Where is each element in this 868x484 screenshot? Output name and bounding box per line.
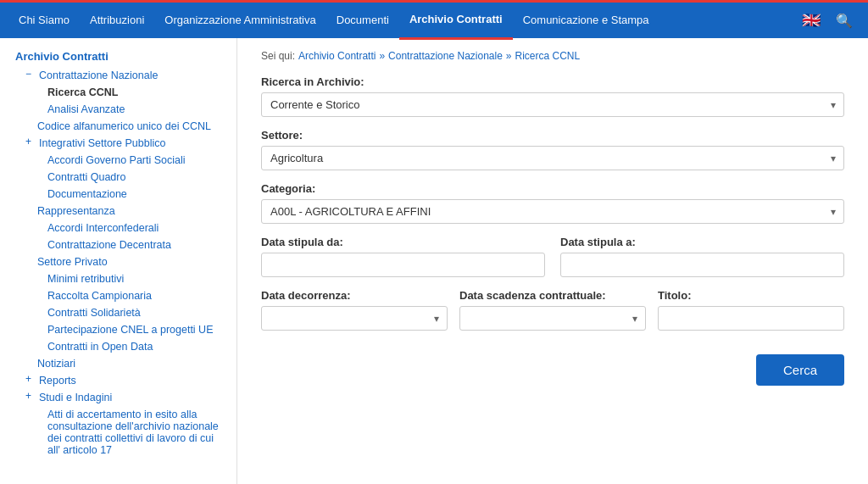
breadcrumb-sep-1: » <box>379 50 385 62</box>
breadcrumb: Sei qui: Archivio Contratti » Contrattaz… <box>261 50 844 62</box>
sidebar-item-partecipazione-cnel[interactable]: Partecipazione CNEL a progetti UE <box>15 322 225 337</box>
sidebar-item-documentazione[interactable]: Documentazione <box>15 186 225 202</box>
data-scadenza-group: Data scadenza contrattuale: <box>459 289 646 331</box>
data-decorrenza-select-wrapper <box>261 306 448 331</box>
nav-documenti[interactable]: Documenti <box>326 3 399 38</box>
breadcrumb-current: Ricerca CCNL <box>515 50 581 62</box>
sidebar: Archivio Contratti − Contrattazione Nazi… <box>0 38 237 484</box>
cerca-button[interactable]: Cerca <box>756 354 844 386</box>
sidebar-item-contratti-quadro[interactable]: Contratti Quadro <box>15 170 225 185</box>
data-scadenza-select[interactable] <box>459 306 646 331</box>
sidebar-item-integrativi[interactable]: + Integrativi Settore Pubblico <box>15 136 225 151</box>
ricerca-select-wrapper: Corrente e StoricoCorrenteStorico <box>261 92 844 117</box>
plus-icon-reports: + <box>25 373 37 385</box>
ricerca-group: Ricerca in Archivio: Corrente e StoricoC… <box>261 75 844 117</box>
nav-organizzazione[interactable]: Organizzazione Amministrativa <box>154 3 326 38</box>
data-scadenza-label: Data scadenza contrattuale: <box>459 289 646 302</box>
sidebar-item-analisi-avanzate[interactable]: Analisi Avanzate <box>15 102 225 117</box>
plus-icon-studi: + <box>25 390 37 402</box>
breadcrumb-sep-2: » <box>506 50 512 62</box>
sidebar-item-notiziari[interactable]: Notiziari <box>15 356 225 371</box>
titolo-label: Titolo: <box>658 289 844 302</box>
nav-chi-siamo[interactable]: Chi Siamo <box>8 3 80 38</box>
sidebar-item-contrattazione-decentrata[interactable]: Contrattazione Decentrata <box>15 237 225 253</box>
plus-icon: + <box>25 136 37 147</box>
breadcrumb-contrattazione[interactable]: Contrattazione Nazionale <box>388 50 503 62</box>
sidebar-item-contratti-solidarieta[interactable]: Contratti Solidarietà <box>15 305 225 320</box>
data-stipula-a-label: Data stipula a: <box>560 236 844 248</box>
flag-icon[interactable]: 🇬🇧 <box>793 11 829 30</box>
sidebar-item-accordi-governo[interactable]: Accordi Governo Parti Sociali <box>15 153 225 168</box>
titolo-input[interactable] <box>658 306 844 331</box>
main-content: Archivio Contratti − Contrattazione Nazi… <box>0 38 868 484</box>
titolo-group: Titolo: <box>658 289 844 331</box>
nav-attribuzioni[interactable]: Attribuzioni <box>80 3 154 38</box>
categoria-select-wrapper: A00L - AGRICOLTURA E AFFINI <box>261 199 844 224</box>
sidebar-item-settore-privato[interactable]: Settore Privato <box>15 254 225 270</box>
categoria-group: Categoria: A00L - AGRICOLTURA E AFFINI <box>261 182 844 224</box>
data-scadenza-select-wrapper <box>459 306 646 331</box>
data-stipula-a-group: Data stipula a: <box>560 236 844 277</box>
sidebar-item-reports[interactable]: + Reports <box>15 373 225 388</box>
search-icon[interactable]: 🔍 <box>829 13 860 29</box>
breadcrumb-label: Sei qui: <box>261 50 295 62</box>
nav-comunicazione[interactable]: Comunicazione e Stampa <box>513 3 659 38</box>
ricerca-label: Ricerca in Archivio: <box>261 75 844 88</box>
ricerca-select[interactable]: Corrente e StoricoCorrenteStorico <box>261 92 844 117</box>
data-decorrenza-select[interactable] <box>261 306 448 331</box>
sidebar-title[interactable]: Archivio Contratti <box>15 50 225 63</box>
data-stipula-da-group: Data stipula da: <box>261 236 545 277</box>
data-stipula-a-input[interactable] <box>560 253 844 277</box>
data-stipula-da-label: Data stipula da: <box>261 236 545 248</box>
data-decorrenza-group: Data decorrenza: <box>261 289 448 331</box>
sidebar-item-contratti-open-data[interactable]: Contratti in Open Data <box>15 339 225 354</box>
data-stipula-row: Data stipula da: Data stipula a: <box>261 236 844 289</box>
sidebar-item-atti-accertamento[interactable]: Atti di accertamento in esito alla consu… <box>15 407 225 458</box>
data-bottom-row: Data decorrenza: Data scadenza contrattu… <box>261 289 844 342</box>
nav-archivio-contratti[interactable]: Archivio Contratti <box>399 2 513 40</box>
data-stipula-da-input[interactable] <box>261 253 545 277</box>
settore-select[interactable]: AgricolturaIndustriaServizi <box>261 146 844 170</box>
sidebar-item-raccolta-campionaria[interactable]: Raccolta Campionaria <box>15 288 225 303</box>
sidebar-item-minimi-retributivi[interactable]: Minimi retributivi <box>15 271 225 287</box>
sidebar-item-accordi-interconfederali[interactable]: Accordi Interconfederali <box>15 220 225 236</box>
sidebar-item-contrattazione-nazionale[interactable]: − Contrattazione Nazionale <box>15 68 225 83</box>
cerca-button-container: Cerca <box>261 354 844 386</box>
sidebar-item-rappresentanza[interactable]: Rappresentanza <box>15 203 225 219</box>
top-navigation: Chi Siamo Attribuzioni Organizzazione Am… <box>0 3 868 38</box>
sidebar-item-ricerca-ccnl[interactable]: Ricerca CCNL <box>15 85 225 100</box>
minus-icon: − <box>25 68 37 80</box>
settore-label: Settore: <box>261 129 844 142</box>
settore-group: Settore: AgricolturaIndustriaServizi <box>261 129 844 170</box>
form-area: Sei qui: Archivio Contratti » Contrattaz… <box>237 38 868 484</box>
breadcrumb-archivio[interactable]: Archivio Contratti <box>298 50 376 62</box>
sidebar-item-studi-indagini[interactable]: + Studi e Indagini <box>15 390 225 405</box>
categoria-label: Categoria: <box>261 182 844 195</box>
settore-select-wrapper: AgricolturaIndustriaServizi <box>261 146 844 170</box>
categoria-select[interactable]: A00L - AGRICOLTURA E AFFINI <box>261 199 844 224</box>
sidebar-item-codice-alfanumerico[interactable]: Codice alfanumerico unico dei CCNL <box>15 119 225 134</box>
data-decorrenza-label: Data decorrenza: <box>261 289 448 302</box>
